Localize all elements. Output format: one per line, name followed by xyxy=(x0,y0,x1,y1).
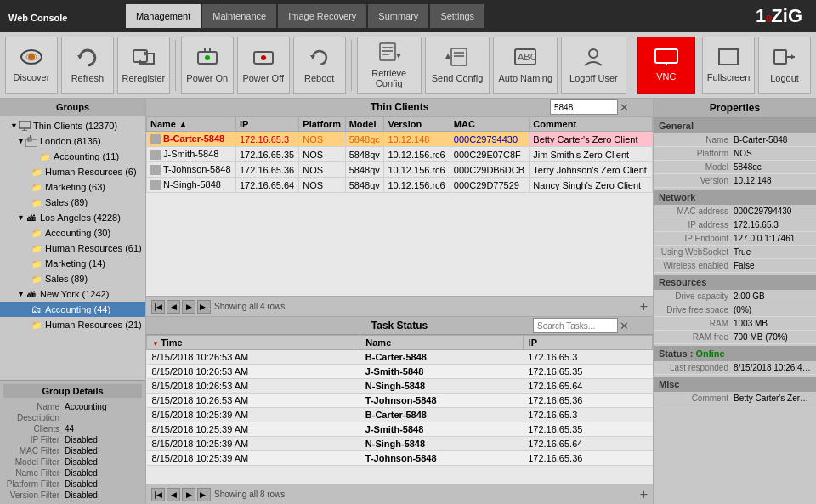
svg-marker-13 xyxy=(310,55,315,59)
col-mac[interactable]: MAC xyxy=(450,117,530,132)
sidebar-item-london-accounting[interactable]: 📁 Accounting (11) xyxy=(0,149,145,164)
brand-logo: 10ZiG xyxy=(756,5,809,27)
fullscreen-button[interactable]: Fullscreen xyxy=(702,37,755,94)
prop-platform: Platform NOS xyxy=(654,147,816,161)
table-row[interactable]: 8/15/2018 10:26:53 AM T-Johnson-5848 172… xyxy=(147,394,653,408)
col-name[interactable]: Name ▲ xyxy=(147,117,236,132)
send-config-button[interactable]: Send Config xyxy=(425,37,490,94)
sidebar-item-la-hr[interactable]: 📁 Human Resources (61) xyxy=(0,241,145,256)
col-version[interactable]: Version xyxy=(384,117,450,132)
nav-tabs: Management Maintenance Image Recovery Su… xyxy=(126,4,756,28)
header: Web Console Management Maintenance Image… xyxy=(0,0,816,32)
sidebar-item-ny-hr[interactable]: 📁 Human Resources (21) xyxy=(0,317,145,332)
col-model[interactable]: Model xyxy=(345,117,384,132)
ts-add-button[interactable]: + xyxy=(640,487,648,502)
table-row[interactable]: 8/15/2018 10:26:53 AM B-Carter-5848 172.… xyxy=(147,350,653,365)
tab-management[interactable]: Management xyxy=(126,4,201,28)
reboot-icon xyxy=(309,47,331,71)
retrieve-config-button[interactable]: Retrieve Config xyxy=(357,37,422,94)
cell-mac: 000C29794430 xyxy=(450,132,530,147)
col-comment[interactable]: Comment xyxy=(530,117,653,132)
cell-mac: 000C29D77529 xyxy=(450,178,530,193)
tc-first-btn[interactable]: |◀ xyxy=(151,300,165,314)
ts-search-clear[interactable]: ✕ xyxy=(620,320,629,332)
tab-settings[interactable]: Settings xyxy=(430,4,484,28)
col-platform[interactable]: Platform xyxy=(299,117,345,132)
la-icon: 🏙 xyxy=(26,212,37,224)
vnc-label: VNC xyxy=(656,71,676,82)
power-off-button[interactable]: Power Off xyxy=(237,37,290,94)
logoff-user-button[interactable]: Logoff User xyxy=(561,37,626,94)
table-row[interactable]: 8/15/2018 10:25:39 AM J-Smith-5848 172.1… xyxy=(147,422,653,437)
table-row[interactable]: 8/15/2018 10:25:39 AM N-Singh-5848 172.1… xyxy=(147,437,653,451)
table-row[interactable]: T-Johnson-5848 172.16.65.36 NOS 5848qv 1… xyxy=(147,162,653,178)
svg-marker-4 xyxy=(77,55,82,59)
table-row[interactable]: 8/15/2018 10:26:53 AM J-Smith-5848 172.1… xyxy=(147,365,653,379)
col-time[interactable]: Time xyxy=(147,336,360,350)
svg-point-2 xyxy=(28,54,35,60)
table-row[interactable]: N-Singh-5848 172.16.65.64 NOS 5848qv 10.… xyxy=(147,178,653,193)
ts-last-btn[interactable]: ▶| xyxy=(197,488,211,501)
send-config-label: Send Config xyxy=(432,73,484,83)
sidebar-item-newyork[interactable]: ▼ 🏙 New York (1242) xyxy=(0,286,145,302)
toggle-thin-clients[interactable]: ▼ xyxy=(10,122,19,130)
prop-websocket: Using WebSocket True xyxy=(654,246,816,259)
cell-ts-name: N-Singh-5848 xyxy=(360,379,523,394)
sidebar-item-thin-clients[interactable]: ▼ Thin Clients (12370) xyxy=(0,118,145,133)
sidebar-item-ny-accounting[interactable]: 🗂 Accounting (44) xyxy=(0,302,145,317)
col-ip[interactable]: IP xyxy=(236,117,299,132)
tc-add-button[interactable]: + xyxy=(640,299,648,314)
sidebar-item-london-sales[interactable]: 📁 Sales (89) xyxy=(0,195,145,210)
sidebar-item-london[interactable]: ▼ London (8136) xyxy=(0,133,145,149)
cell-ts-name: B-Carter-5848 xyxy=(360,350,523,365)
task-status-search-input[interactable] xyxy=(533,318,618,333)
refresh-icon xyxy=(76,47,99,71)
refresh-button[interactable]: Refresh xyxy=(61,37,114,94)
discover-button[interactable]: Discover xyxy=(5,37,58,94)
sidebar-item-london-marketing[interactable]: 📁 Marketing (63) xyxy=(0,179,145,195)
ts-next-btn[interactable]: ▶ xyxy=(182,488,196,501)
ts-first-btn[interactable]: |◀ xyxy=(151,488,165,501)
london-marketing-label: Marketing (63) xyxy=(45,182,105,192)
table-row[interactable]: 8/15/2018 10:25:39 AM B-Carter-5848 172.… xyxy=(147,408,653,422)
tab-image-recovery[interactable]: Image Recovery xyxy=(278,4,366,28)
sidebar-item-la-marketing[interactable]: 📁 Marketing (14) xyxy=(0,256,145,271)
thin-clients-icon xyxy=(19,120,31,132)
table-row[interactable]: B-Carter-5848 172.16.65.3 NOS 5848qc 10.… xyxy=(147,132,653,147)
ts-prev-btn[interactable]: ◀ xyxy=(167,488,180,501)
reregister-button[interactable]: Reregister xyxy=(117,37,170,94)
sidebar-item-london-hr[interactable]: 📁 Human Resources (6) xyxy=(0,164,145,179)
thin-clients-search-input[interactable] xyxy=(550,99,618,115)
reboot-button[interactable]: Reboot xyxy=(293,37,346,94)
toggle-ny[interactable]: ▼ xyxy=(17,290,26,298)
table-row[interactable]: 8/15/2018 10:25:39 AM T-Johnson-5848 172… xyxy=(147,451,653,466)
svg-marker-22 xyxy=(445,54,450,59)
sidebar-item-losangeles[interactable]: ▼ 🏙 Los Angeles (4228) xyxy=(0,210,145,225)
power-on-button[interactable]: Power On xyxy=(181,37,234,94)
tc-prev-btn[interactable]: ◀ xyxy=(167,300,180,314)
table-row[interactable]: 8/15/2018 10:26:53 AM N-Singh-5848 172.1… xyxy=(147,379,653,394)
tab-maintenance[interactable]: Maintenance xyxy=(202,4,276,28)
properties-header: Properties xyxy=(654,99,816,118)
auto-naming-button[interactable]: ABC Auto Naming xyxy=(493,37,558,94)
table-row[interactable]: J-Smith-5848 172.16.65.35 NOS 5848qv 10.… xyxy=(147,147,653,162)
tc-search-clear[interactable]: ✕ xyxy=(620,101,629,114)
logout-button[interactable]: Logout xyxy=(758,37,811,94)
tc-last-btn[interactable]: ▶| xyxy=(197,300,211,314)
tab-summary[interactable]: Summary xyxy=(368,4,428,28)
col-ts-ip[interactable]: IP xyxy=(523,336,652,350)
folder-icon-nya: 🗂 xyxy=(31,303,42,315)
detail-platform-filter: Platform Filter Disabled xyxy=(3,479,142,490)
auto-naming-icon: ABC xyxy=(513,47,537,71)
sidebar-item-la-accounting[interactable]: 📁 Accounting (30) xyxy=(0,225,145,241)
tc-nav-buttons: |◀ ◀ ▶ ▶| xyxy=(151,300,211,314)
col-ts-name[interactable]: Name xyxy=(360,336,523,350)
tc-next-btn[interactable]: ▶ xyxy=(182,300,196,314)
ts-footer: |◀ ◀ ▶ ▶| Showing all 8 rows + xyxy=(146,484,653,504)
retrieve-config-icon xyxy=(377,42,401,65)
toggle-london[interactable]: ▼ xyxy=(17,137,26,145)
section-status: Status : Online Last responded 8/15/2018… xyxy=(654,346,816,375)
toggle-la[interactable]: ▼ xyxy=(17,213,26,222)
vnc-button[interactable]: VNC xyxy=(638,37,696,94)
sidebar-item-la-sales[interactable]: 📁 Sales (89) xyxy=(0,271,145,286)
